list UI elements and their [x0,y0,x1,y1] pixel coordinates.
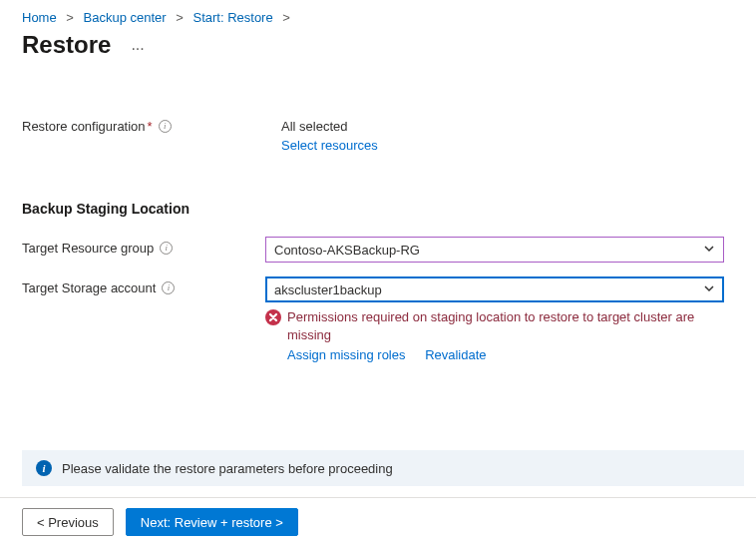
error-links: Assign missing roles Revalidate [265,347,724,362]
label-target-storage-account: Target Storage account i [22,276,265,295]
info-icon[interactable]: i [162,281,175,294]
field-restore-configuration: Restore configuration * i All selected S… [22,115,734,153]
label-text: Target Storage account [22,280,156,295]
chevron-right-icon: > [176,10,184,25]
validation-error: Permissions required on staging location… [265,308,724,343]
field-target-resource-group: Target Resource group i Contoso-AKSBacku… [22,237,734,265]
chevron-down-icon [703,243,715,258]
target-storage-account-dropdown[interactable]: akscluster1backup [265,276,724,302]
breadcrumb-start-restore[interactable]: Start: Restore [192,10,272,25]
restore-config-value: All selected [281,115,724,134]
form-area: Restore configuration * i All selected S… [0,59,756,362]
info-icon[interactable]: i [160,242,173,255]
target-resource-group-dropdown[interactable]: Contoso-AKSBackup-RG [265,237,724,263]
more-button[interactable]: ··· [131,41,144,57]
next-review-restore-button[interactable]: Next: Review + restore > [126,508,298,536]
previous-button[interactable]: < Previous [22,508,114,536]
field-target-storage-account: Target Storage account i akscluster1back… [22,276,734,362]
info-banner: i Please validate the restore parameters… [22,450,744,486]
label-restore-configuration: Restore configuration * i [22,115,281,134]
revalidate-link[interactable]: Revalidate [425,347,486,362]
breadcrumb-backup-center[interactable]: Backup center [84,10,167,25]
breadcrumb: Home > Backup center > Start: Restore > [0,0,756,27]
footer: < Previous Next: Review + restore > [0,497,756,546]
section-heading-staging: Backup Staging Location [22,201,734,217]
error-icon [265,309,281,325]
required-asterisk: * [148,119,153,134]
chevron-down-icon [703,282,715,297]
chevron-right-icon: > [282,10,290,25]
label-text: Restore configuration [22,119,146,134]
assign-missing-roles-link[interactable]: Assign missing roles [287,347,406,362]
chevron-right-icon: > [66,10,74,25]
page-title: Restore [22,31,111,59]
title-row: Restore ··· [0,27,756,59]
dropdown-value: akscluster1backup [274,282,382,297]
info-banner-text: Please validate the restore parameters b… [62,461,393,476]
error-text: Permissions required on staging location… [287,308,724,343]
label-text: Target Resource group [22,241,154,256]
info-icon: i [36,460,52,476]
info-icon[interactable]: i [159,120,172,133]
label-target-resource-group: Target Resource group i [22,237,265,256]
select-resources-link[interactable]: Select resources [281,138,724,153]
breadcrumb-home[interactable]: Home [22,10,57,25]
dropdown-value: Contoso-AKSBackup-RG [274,243,420,258]
